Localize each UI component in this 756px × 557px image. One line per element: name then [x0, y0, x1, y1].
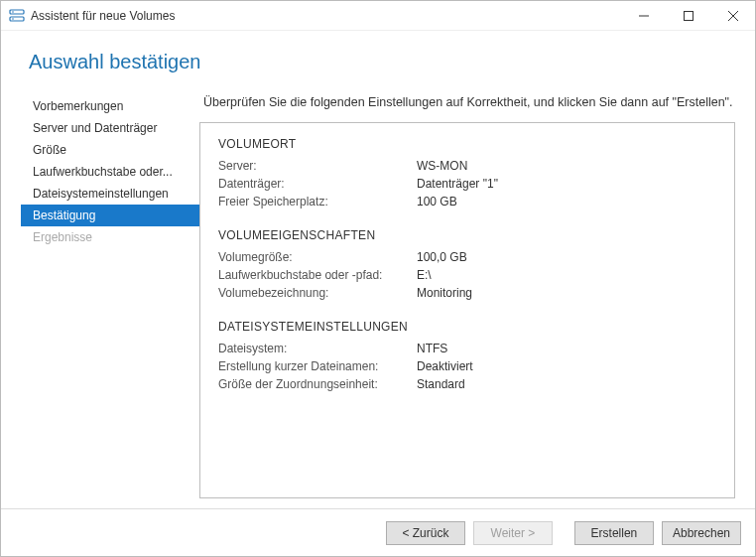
close-button[interactable]	[710, 1, 755, 30]
summary-value: E:\	[417, 268, 716, 282]
nav-step-2[interactable]: Größe	[21, 139, 199, 161]
section-title: VOLUMEEIGENSCHAFTEN	[218, 228, 716, 242]
summary-row: Erstellung kurzer Dateinamen:Deaktiviert	[218, 357, 716, 375]
main-panel: Überprüfen Sie die folgenden Einstellung…	[199, 91, 735, 498]
summary-row: Server:WS-MON	[218, 157, 716, 175]
summary-value: 100 GB	[417, 195, 716, 209]
svg-point-2	[12, 11, 14, 13]
summary-row: Volumebezeichnung:Monitoring	[218, 284, 716, 302]
summary-row: Dateisystem:NTFS	[218, 340, 716, 357]
nav-step-6: Ergebnisse	[21, 226, 199, 248]
cancel-button[interactable]: Abbrechen	[662, 521, 741, 545]
window-controls	[621, 1, 755, 30]
nav-step-3[interactable]: Laufwerkbuchstabe oder...	[21, 161, 199, 183]
instruction-text: Überprüfen Sie die folgenden Einstellung…	[203, 93, 735, 112]
svg-point-3	[12, 18, 14, 20]
section-title: VOLUMEORT	[218, 137, 716, 151]
nav-step-0[interactable]: Vorbemerkungen	[21, 95, 199, 117]
summary-key: Dateisystem:	[218, 342, 417, 355]
summary-value: Monitoring	[417, 286, 716, 300]
summary-value: Datenträger "1"	[417, 177, 716, 191]
svg-rect-5	[684, 11, 693, 20]
summary-key: Erstellung kurzer Dateinamen:	[218, 359, 417, 373]
back-button[interactable]: < Zurück	[386, 521, 465, 545]
section-title: DATEISYSTEMEINSTELLUNGEN	[218, 320, 716, 334]
summary-key: Datenträger:	[218, 177, 417, 191]
wizard-nav: VorbemerkungenServer und DatenträgerGröß…	[21, 91, 199, 498]
summary-key: Laufwerkbuchstabe oder -pfad:	[218, 268, 417, 282]
svg-rect-1	[10, 17, 24, 21]
summary-row: Größe der Zuordnungseinheit:Standard	[218, 375, 716, 393]
summary-key: Volumebezeichnung:	[218, 286, 417, 300]
summary-key: Freier Speicherplatz:	[218, 195, 417, 209]
titlebar: Assistent für neue Volumes	[1, 1, 755, 31]
summary-row: Laufwerkbuchstabe oder -pfad:E:\	[218, 266, 716, 284]
minimize-button[interactable]	[621, 1, 666, 30]
wizard-footer: < Zurück Weiter > Erstellen Abbrechen	[1, 508, 755, 556]
summary-value: Standard	[417, 377, 716, 391]
summary-row: Freier Speicherplatz:100 GB	[218, 193, 716, 210]
summary-key: Volumegröße:	[218, 250, 417, 264]
summary-value: Deaktiviert	[417, 359, 716, 373]
next-button: Weiter >	[473, 521, 553, 545]
summary-row: Datenträger:Datenträger "1"	[218, 175, 716, 193]
summary-value: NTFS	[417, 342, 716, 355]
svg-rect-0	[10, 10, 24, 14]
maximize-button[interactable]	[666, 1, 710, 30]
confirmation-summary: VOLUMEORTServer:WS-MONDatenträger:Datent…	[199, 122, 735, 498]
summary-value: WS-MON	[417, 159, 716, 173]
create-button[interactable]: Erstellen	[574, 521, 654, 545]
nav-step-1[interactable]: Server und Datenträger	[21, 117, 199, 139]
summary-key: Server:	[218, 159, 417, 173]
summary-row: Volumegröße:100,0 GB	[218, 248, 716, 266]
summary-key: Größe der Zuordnungseinheit:	[218, 377, 417, 391]
summary-value: 100,0 GB	[417, 250, 716, 264]
page-title: Auswahl bestätigen	[29, 51, 735, 73]
content-area: Auswahl bestätigen VorbemerkungenServer …	[1, 31, 755, 508]
body-split: VorbemerkungenServer und DatenträgerGröß…	[21, 91, 735, 498]
nav-step-5[interactable]: Bestätigung	[21, 205, 199, 226]
nav-step-4[interactable]: Dateisystemeinstellungen	[21, 183, 199, 205]
wizard-window: Assistent für neue Volumes Auswahl bestä…	[0, 0, 756, 557]
window-title: Assistent für neue Volumes	[31, 9, 621, 23]
app-icon	[9, 8, 25, 24]
